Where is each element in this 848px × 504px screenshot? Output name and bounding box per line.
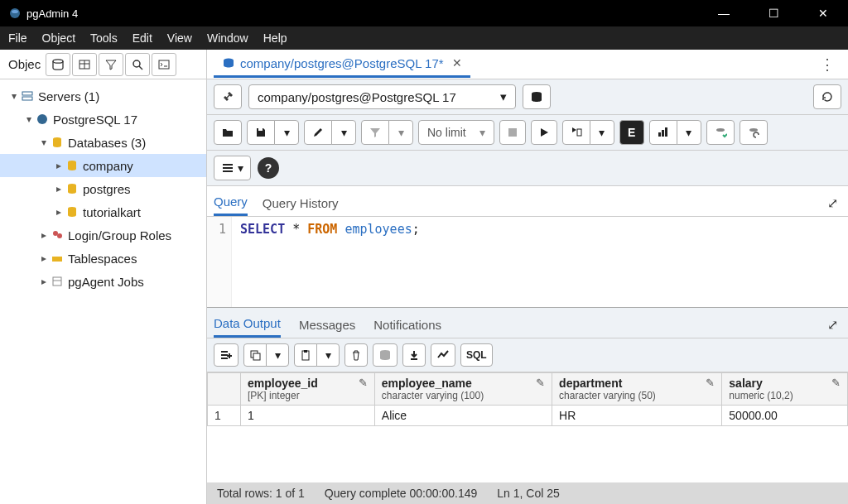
edit-icon[interactable]: ✎ bbox=[831, 377, 841, 389]
paste-button[interactable] bbox=[294, 343, 317, 367]
edit-icon[interactable]: ✎ bbox=[536, 377, 545, 389]
execute-button[interactable] bbox=[531, 120, 557, 145]
tree-db-company[interactable]: ▸ company bbox=[0, 154, 206, 177]
connection-status-button[interactable] bbox=[214, 84, 242, 109]
save-button[interactable] bbox=[247, 120, 275, 145]
expand-output-icon[interactable]: ⤢ bbox=[827, 317, 841, 333]
explain-dropdown-button[interactable]: ▾ bbox=[677, 120, 701, 145]
sidebar-terminal-icon[interactable] bbox=[152, 53, 176, 76]
tab-messages[interactable]: Messages bbox=[299, 313, 355, 337]
kebab-menu-icon[interactable]: ⋮ bbox=[813, 55, 841, 74]
delete-row-button[interactable] bbox=[344, 343, 368, 367]
token-select: SELECT bbox=[240, 222, 285, 237]
expand-editor-icon[interactable]: ⤢ bbox=[827, 195, 841, 211]
svg-rect-40 bbox=[253, 353, 260, 360]
tree-pgagent[interactable]: ▸ pgAgent Jobs bbox=[0, 270, 206, 293]
close-button[interactable]: ✕ bbox=[807, 7, 840, 20]
sidebar-db-icon[interactable] bbox=[46, 53, 70, 76]
tab-notifications[interactable]: Notifications bbox=[373, 313, 441, 337]
save-dropdown-button[interactable]: ▾ bbox=[274, 120, 299, 145]
tree-tablespaces[interactable]: ▸ Tablespaces bbox=[0, 247, 206, 270]
new-connection-button[interactable] bbox=[523, 84, 551, 109]
maximize-button[interactable]: ☐ bbox=[757, 7, 790, 20]
copy-dropdown-button[interactable]: ▾ bbox=[266, 343, 289, 367]
minimize-button[interactable]: — bbox=[707, 7, 740, 20]
menu-help[interactable]: Help bbox=[263, 31, 287, 45]
help-button[interactable]: ? bbox=[258, 157, 279, 179]
limit-select[interactable]: No limit ▾ bbox=[418, 120, 494, 145]
menu-object[interactable]: Object bbox=[42, 31, 75, 45]
tree-server-pg17[interactable]: ▾ PostgreSQL 17 bbox=[0, 108, 206, 131]
paste-dropdown-button[interactable]: ▾ bbox=[316, 343, 340, 367]
editor-code[interactable]: SELECT * FROM employees; bbox=[232, 217, 428, 307]
add-row-button[interactable] bbox=[214, 343, 238, 367]
tab-query[interactable]: Query bbox=[214, 190, 248, 216]
open-file-button[interactable] bbox=[214, 120, 242, 145]
cell-department[interactable]: HR bbox=[552, 406, 722, 426]
filter-button[interactable] bbox=[361, 120, 389, 145]
sidebar-search-icon[interactable] bbox=[125, 53, 150, 76]
edit-icon[interactable]: ✎ bbox=[706, 377, 715, 389]
table-row[interactable]: 1 1 Alice HR 50000.00 bbox=[208, 406, 848, 426]
tree-databases[interactable]: ▾ Databases (3) bbox=[0, 131, 206, 154]
file-tab-active[interactable]: company/postgres@PostgreSQL 17* ✕ bbox=[214, 51, 470, 78]
col-meta: character varying (100) bbox=[382, 390, 484, 401]
tree-label: postgres bbox=[83, 182, 131, 196]
download-button[interactable] bbox=[402, 343, 426, 367]
cell-employee-name[interactable]: Alice bbox=[374, 406, 552, 426]
explain-button[interactable]: E bbox=[619, 120, 644, 145]
caret-right-icon: ▸ bbox=[53, 183, 65, 194]
sidebar-filter-icon[interactable] bbox=[99, 53, 123, 76]
content-pane: company/postgres@PostgreSQL 17* ✕ ⋮ comp… bbox=[207, 50, 848, 504]
svg-rect-19 bbox=[53, 277, 61, 286]
edit-dropdown-button[interactable]: ▾ bbox=[331, 120, 356, 145]
col-header-employee-name[interactable]: employee_name character varying (100) ✎ bbox=[374, 373, 552, 406]
menu-view[interactable]: View bbox=[167, 31, 192, 45]
col-header-salary[interactable]: salary numeric (10,2) ✎ bbox=[722, 373, 848, 406]
execute-dropdown-button[interactable]: ▾ bbox=[590, 120, 614, 145]
rollback-button[interactable] bbox=[740, 120, 768, 145]
graph-button[interactable] bbox=[431, 343, 455, 367]
sql-button[interactable]: SQL bbox=[460, 343, 493, 367]
svg-rect-27 bbox=[662, 130, 664, 137]
tree-login-roles[interactable]: ▸ Login/Group Roles bbox=[0, 223, 206, 247]
query-tool-icon bbox=[222, 56, 235, 70]
tree-label: Servers (1) bbox=[38, 89, 99, 103]
svg-point-30 bbox=[749, 128, 758, 132]
edit-icon[interactable]: ✎ bbox=[359, 377, 368, 389]
tree: ▾ Servers (1) ▾ PostgreSQL 17 ▾ Database… bbox=[0, 79, 206, 504]
menu-window[interactable]: Window bbox=[207, 31, 248, 45]
close-tab-icon[interactable]: ✕ bbox=[452, 56, 462, 70]
svg-point-11 bbox=[37, 114, 47, 124]
connection-select[interactable]: company/postgres@PostgreSQL 17 ▾ bbox=[248, 84, 516, 109]
col-header-department[interactable]: department character varying (50) ✎ bbox=[552, 373, 722, 406]
sidebar-table-icon[interactable] bbox=[72, 53, 97, 76]
menu-file[interactable]: File bbox=[8, 31, 27, 45]
tab-query-history[interactable]: Query History bbox=[263, 191, 339, 215]
cell-salary[interactable]: 50000.00 bbox=[722, 406, 848, 426]
edit-button[interactable] bbox=[304, 120, 332, 145]
execute-script-button[interactable] bbox=[562, 120, 590, 145]
tree-db-postgres[interactable]: ▸ postgres bbox=[0, 177, 206, 200]
tree-servers[interactable]: ▾ Servers (1) bbox=[0, 84, 206, 108]
save-data-button[interactable] bbox=[373, 343, 398, 367]
explain-analyze-button[interactable] bbox=[649, 120, 677, 145]
filter-dropdown-button[interactable]: ▾ bbox=[388, 120, 413, 145]
cell-employee-id[interactable]: 1 bbox=[241, 406, 375, 426]
tree-db-tutorialkart[interactable]: ▸ tutorialkart bbox=[0, 200, 206, 223]
commit-button[interactable] bbox=[706, 120, 735, 145]
tree-label: company bbox=[83, 159, 133, 173]
menu-tools[interactable]: Tools bbox=[90, 31, 118, 45]
stop-button[interactable] bbox=[499, 120, 526, 145]
macros-button[interactable]: ▾ bbox=[214, 156, 251, 180]
tab-data-output[interactable]: Data Output bbox=[214, 311, 281, 338]
caret-right-icon: ▸ bbox=[38, 252, 50, 264]
copy-button[interactable] bbox=[243, 343, 267, 367]
col-meta: character varying (50) bbox=[559, 390, 656, 401]
reset-layout-button[interactable] bbox=[813, 84, 841, 109]
token-star: * bbox=[292, 222, 300, 237]
sql-editor[interactable]: 1 SELECT * FROM employees; bbox=[207, 217, 848, 308]
menu-edit[interactable]: Edit bbox=[132, 31, 152, 45]
database-icon bbox=[65, 205, 80, 218]
col-header-employee-id[interactable]: employee_id [PK] integer ✎ bbox=[241, 373, 375, 406]
